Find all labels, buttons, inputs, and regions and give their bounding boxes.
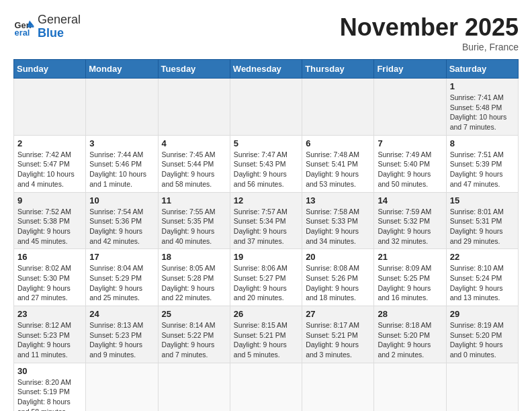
calendar-week-6: 30Sunrise: 8:20 AM Sunset: 5:19 PM Dayli…	[14, 363, 519, 411]
day-number: 7	[378, 138, 442, 148]
calendar-cell: 1Sunrise: 7:41 AM Sunset: 5:48 PM Daylig…	[446, 79, 518, 136]
calendar-cell	[230, 363, 302, 411]
calendar-table: SundayMondayTuesdayWednesdayThursdayFrid…	[13, 59, 519, 411]
day-info: Sunrise: 8:10 AM Sunset: 5:24 PM Dayligh…	[450, 263, 515, 303]
day-number: 21	[378, 252, 442, 262]
day-info: Sunrise: 7:55 AM Sunset: 5:35 PM Dayligh…	[162, 207, 226, 246]
day-number: 8	[450, 138, 515, 148]
day-info: Sunrise: 8:08 AM Sunset: 5:26 PM Dayligh…	[306, 263, 370, 303]
calendar-week-3: 9Sunrise: 7:52 AM Sunset: 5:38 PM Daylig…	[14, 192, 519, 249]
calendar-cell: 3Sunrise: 7:44 AM Sunset: 5:46 PM Daylig…	[86, 135, 158, 192]
weekday-header-row: SundayMondayTuesdayWednesdayThursdayFrid…	[14, 60, 519, 79]
logo-blue-text: Blue	[38, 27, 81, 40]
day-info: Sunrise: 8:20 AM Sunset: 5:19 PM Dayligh…	[17, 377, 82, 411]
day-info: Sunrise: 7:48 AM Sunset: 5:41 PM Dayligh…	[306, 150, 370, 189]
calendar-cell	[14, 79, 86, 136]
logo-icon: Gen eral	[13, 16, 35, 38]
day-number: 9	[17, 195, 82, 205]
logo-general-text: General	[38, 13, 81, 27]
day-info: Sunrise: 8:09 AM Sunset: 5:25 PM Dayligh…	[378, 263, 442, 303]
day-info: Sunrise: 7:45 AM Sunset: 5:44 PM Dayligh…	[162, 150, 226, 189]
calendar-cell: 19Sunrise: 8:06 AM Sunset: 5:27 PM Dayli…	[230, 249, 302, 306]
weekday-monday: Monday	[86, 60, 158, 79]
calendar-cell	[446, 363, 518, 411]
calendar-cell	[158, 79, 230, 136]
calendar-cell: 13Sunrise: 7:58 AM Sunset: 5:33 PM Dayli…	[302, 192, 374, 249]
calendar-cell: 22Sunrise: 8:10 AM Sunset: 5:24 PM Dayli…	[446, 249, 518, 306]
calendar-cell: 7Sunrise: 7:49 AM Sunset: 5:40 PM Daylig…	[374, 135, 446, 192]
day-info: Sunrise: 8:17 AM Sunset: 5:21 PM Dayligh…	[306, 320, 370, 360]
calendar-cell: 2Sunrise: 7:42 AM Sunset: 5:47 PM Daylig…	[14, 135, 86, 192]
day-info: Sunrise: 7:44 AM Sunset: 5:46 PM Dayligh…	[89, 150, 154, 189]
logo: Gen eral General Blue	[13, 13, 81, 40]
svg-text:eral: eral	[15, 28, 30, 38]
day-info: Sunrise: 7:52 AM Sunset: 5:38 PM Dayligh…	[17, 207, 82, 246]
day-info: Sunrise: 7:41 AM Sunset: 5:48 PM Dayligh…	[450, 93, 515, 132]
day-number: 5	[234, 138, 298, 148]
calendar-cell	[86, 79, 158, 136]
day-number: 4	[162, 138, 226, 148]
calendar-cell: 29Sunrise: 8:19 AM Sunset: 5:20 PM Dayli…	[446, 306, 518, 363]
calendar-cell	[86, 363, 158, 411]
day-number: 1	[450, 81, 515, 91]
calendar-cell: 11Sunrise: 7:55 AM Sunset: 5:35 PM Dayli…	[158, 192, 230, 249]
calendar-week-5: 23Sunrise: 8:12 AM Sunset: 5:23 PM Dayli…	[14, 306, 519, 363]
calendar-cell: 30Sunrise: 8:20 AM Sunset: 5:19 PM Dayli…	[14, 363, 86, 411]
day-info: Sunrise: 8:05 AM Sunset: 5:28 PM Dayligh…	[162, 263, 226, 303]
weekday-friday: Friday	[374, 60, 446, 79]
calendar-cell: 27Sunrise: 8:17 AM Sunset: 5:21 PM Dayli…	[302, 306, 374, 363]
weekday-saturday: Saturday	[446, 60, 518, 79]
day-info: Sunrise: 7:58 AM Sunset: 5:33 PM Dayligh…	[306, 207, 370, 246]
calendar-cell	[374, 79, 446, 136]
calendar-cell: 28Sunrise: 8:18 AM Sunset: 5:20 PM Dayli…	[374, 306, 446, 363]
day-number: 22	[450, 252, 515, 262]
day-info: Sunrise: 8:02 AM Sunset: 5:30 PM Dayligh…	[17, 263, 82, 303]
day-info: Sunrise: 8:04 AM Sunset: 5:29 PM Dayligh…	[89, 263, 154, 303]
day-number: 25	[162, 309, 226, 319]
day-number: 20	[306, 252, 370, 262]
day-info: Sunrise: 7:59 AM Sunset: 5:32 PM Dayligh…	[378, 207, 442, 246]
svg-rect-3	[28, 26, 34, 27]
calendar-cell	[374, 363, 446, 411]
day-number: 29	[450, 309, 515, 319]
month-title: November 2025	[340, 13, 519, 42]
weekday-sunday: Sunday	[14, 60, 86, 79]
calendar-cell	[302, 79, 374, 136]
calendar-cell: 18Sunrise: 8:05 AM Sunset: 5:28 PM Dayli…	[158, 249, 230, 306]
calendar-cell: 8Sunrise: 7:51 AM Sunset: 5:39 PM Daylig…	[446, 135, 518, 192]
day-number: 15	[450, 195, 515, 205]
calendar-cell: 16Sunrise: 8:02 AM Sunset: 5:30 PM Dayli…	[14, 249, 86, 306]
day-number: 10	[89, 195, 154, 205]
day-number: 23	[17, 309, 82, 319]
calendar-cell: 12Sunrise: 7:57 AM Sunset: 5:34 PM Dayli…	[230, 192, 302, 249]
day-number: 11	[162, 195, 226, 205]
calendar-cell	[158, 363, 230, 411]
day-info: Sunrise: 8:19 AM Sunset: 5:20 PM Dayligh…	[450, 320, 515, 360]
day-info: Sunrise: 7:51 AM Sunset: 5:39 PM Dayligh…	[450, 150, 515, 189]
weekday-thursday: Thursday	[302, 60, 374, 79]
page-header: Gen eral General Blue November 2025 Buri…	[13, 13, 519, 52]
day-number: 13	[306, 195, 370, 205]
calendar-cell: 9Sunrise: 7:52 AM Sunset: 5:38 PM Daylig…	[14, 192, 86, 249]
calendar-cell: 4Sunrise: 7:45 AM Sunset: 5:44 PM Daylig…	[158, 135, 230, 192]
day-number: 30	[17, 366, 82, 376]
day-info: Sunrise: 8:14 AM Sunset: 5:22 PM Dayligh…	[162, 320, 226, 360]
day-info: Sunrise: 8:13 AM Sunset: 5:23 PM Dayligh…	[89, 320, 154, 360]
day-info: Sunrise: 7:42 AM Sunset: 5:47 PM Dayligh…	[17, 150, 82, 189]
location: Burie, France	[340, 42, 519, 52]
day-info: Sunrise: 7:47 AM Sunset: 5:43 PM Dayligh…	[234, 150, 298, 189]
day-number: 16	[17, 252, 82, 262]
day-info: Sunrise: 8:15 AM Sunset: 5:21 PM Dayligh…	[234, 320, 298, 360]
day-number: 28	[378, 309, 442, 319]
calendar-cell: 20Sunrise: 8:08 AM Sunset: 5:26 PM Dayli…	[302, 249, 374, 306]
calendar-cell: 15Sunrise: 8:01 AM Sunset: 5:31 PM Dayli…	[446, 192, 518, 249]
day-number: 6	[306, 138, 370, 148]
day-info: Sunrise: 7:49 AM Sunset: 5:40 PM Dayligh…	[378, 150, 442, 189]
calendar-week-2: 2Sunrise: 7:42 AM Sunset: 5:47 PM Daylig…	[14, 135, 519, 192]
day-info: Sunrise: 8:06 AM Sunset: 5:27 PM Dayligh…	[234, 263, 298, 303]
day-info: Sunrise: 7:57 AM Sunset: 5:34 PM Dayligh…	[234, 207, 298, 246]
calendar-cell: 6Sunrise: 7:48 AM Sunset: 5:41 PM Daylig…	[302, 135, 374, 192]
calendar-cell: 5Sunrise: 7:47 AM Sunset: 5:43 PM Daylig…	[230, 135, 302, 192]
calendar-cell	[302, 363, 374, 411]
day-number: 14	[378, 195, 442, 205]
